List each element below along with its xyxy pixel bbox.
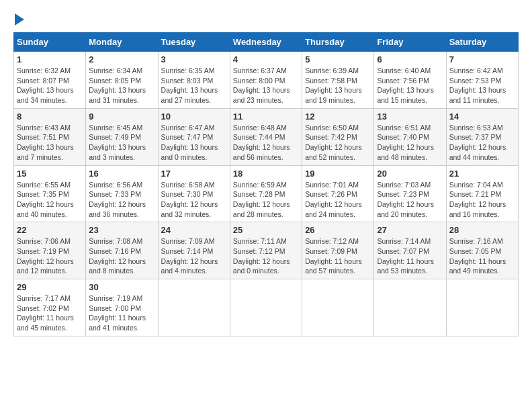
calendar-cell: 30Sunrise: 7:19 AM Sunset: 7:00 PM Dayli…	[86, 279, 158, 336]
calendar-cell: 15Sunrise: 6:55 AM Sunset: 7:35 PM Dayli…	[14, 165, 86, 222]
day-info: Sunrise: 6:50 AM Sunset: 7:42 PM Dayligh…	[305, 123, 371, 163]
calendar-cell: 24Sunrise: 7:09 AM Sunset: 7:14 PM Dayli…	[158, 222, 230, 279]
calendar-cell: 27Sunrise: 7:14 AM Sunset: 7:07 PM Dayli…	[374, 222, 446, 279]
weekday-header-thursday: Thursday	[302, 33, 374, 52]
calendar-table: SundayMondayTuesdayWednesdayThursdayFrid…	[13, 32, 519, 336]
day-number: 25	[233, 225, 299, 235]
calendar-cell: 1Sunrise: 6:32 AM Sunset: 8:07 PM Daylig…	[14, 52, 86, 109]
day-info: Sunrise: 7:16 AM Sunset: 7:05 PM Dayligh…	[449, 236, 515, 276]
calendar-cell: 23Sunrise: 7:08 AM Sunset: 7:16 PM Dayli…	[86, 222, 158, 279]
day-number: 16	[89, 169, 154, 179]
day-info: Sunrise: 6:40 AM Sunset: 7:56 PM Dayligh…	[377, 66, 443, 105]
calendar-cell: 3Sunrise: 6:35 AM Sunset: 8:03 PM Daylig…	[158, 52, 230, 109]
calendar-cell	[158, 279, 230, 336]
day-number: 9	[89, 111, 154, 122]
page-header	[13, 13, 519, 26]
day-info: Sunrise: 7:17 AM Sunset: 7:02 PM Dayligh…	[17, 293, 83, 333]
day-info: Sunrise: 7:09 AM Sunset: 7:14 PM Dayligh…	[161, 236, 227, 276]
day-info: Sunrise: 6:48 AM Sunset: 7:44 PM Dayligh…	[233, 123, 299, 163]
calendar-cell: 10Sunrise: 6:47 AM Sunset: 7:47 PM Dayli…	[158, 108, 230, 165]
day-number: 29	[17, 282, 83, 292]
day-info: Sunrise: 7:08 AM Sunset: 7:16 PM Dayligh…	[89, 236, 154, 276]
day-number: 13	[377, 111, 443, 122]
calendar-cell: 25Sunrise: 7:11 AM Sunset: 7:12 PM Dayli…	[230, 222, 302, 279]
day-info: Sunrise: 7:12 AM Sunset: 7:09 PM Dayligh…	[305, 236, 371, 276]
logo	[13, 13, 24, 26]
calendar-cell	[302, 279, 374, 336]
calendar-week-row: 22Sunrise: 7:06 AM Sunset: 7:19 PM Dayli…	[14, 222, 519, 279]
day-number: 11	[233, 111, 299, 122]
day-info: Sunrise: 6:43 AM Sunset: 7:51 PM Dayligh…	[17, 123, 83, 163]
weekday-header-friday: Friday	[374, 33, 446, 52]
calendar-cell: 2Sunrise: 6:34 AM Sunset: 8:05 PM Daylig…	[86, 52, 158, 109]
calendar-cell: 18Sunrise: 6:59 AM Sunset: 7:28 PM Dayli…	[230, 165, 302, 222]
day-info: Sunrise: 7:03 AM Sunset: 7:23 PM Dayligh…	[377, 180, 443, 220]
day-number: 19	[305, 169, 371, 179]
day-number: 1	[17, 54, 83, 64]
weekday-header-wednesday: Wednesday	[230, 33, 302, 52]
day-info: Sunrise: 6:35 AM Sunset: 8:03 PM Dayligh…	[161, 66, 227, 105]
logo-blue-text	[13, 13, 24, 26]
day-info: Sunrise: 6:47 AM Sunset: 7:47 PM Dayligh…	[161, 123, 227, 163]
calendar-cell: 4Sunrise: 6:37 AM Sunset: 8:00 PM Daylig…	[230, 52, 302, 109]
day-info: Sunrise: 7:14 AM Sunset: 7:07 PM Dayligh…	[377, 236, 443, 276]
day-number: 18	[233, 169, 299, 179]
calendar-cell: 12Sunrise: 6:50 AM Sunset: 7:42 PM Dayli…	[302, 108, 374, 165]
weekday-header-tuesday: Tuesday	[158, 33, 230, 52]
day-number: 3	[161, 54, 227, 64]
day-number: 21	[449, 169, 515, 179]
day-info: Sunrise: 6:59 AM Sunset: 7:28 PM Dayligh…	[233, 180, 299, 220]
calendar-cell: 29Sunrise: 7:17 AM Sunset: 7:02 PM Dayli…	[14, 279, 86, 336]
calendar-cell: 20Sunrise: 7:03 AM Sunset: 7:23 PM Dayli…	[374, 165, 446, 222]
day-number: 17	[161, 169, 227, 179]
weekday-header-monday: Monday	[86, 33, 158, 52]
day-info: Sunrise: 7:11 AM Sunset: 7:12 PM Dayligh…	[233, 236, 299, 276]
calendar-cell: 13Sunrise: 6:51 AM Sunset: 7:40 PM Dayli…	[374, 108, 446, 165]
day-info: Sunrise: 6:34 AM Sunset: 8:05 PM Dayligh…	[89, 66, 154, 105]
day-number: 28	[449, 225, 515, 235]
calendar-cell: 21Sunrise: 7:04 AM Sunset: 7:21 PM Dayli…	[446, 165, 518, 222]
day-number: 5	[305, 54, 371, 64]
day-number: 7	[449, 54, 515, 64]
day-number: 4	[233, 54, 299, 64]
day-number: 15	[17, 169, 83, 179]
day-number: 12	[305, 111, 371, 122]
calendar-cell	[446, 279, 518, 336]
calendar-cell: 22Sunrise: 7:06 AM Sunset: 7:19 PM Dayli…	[14, 222, 86, 279]
calendar-cell: 17Sunrise: 6:58 AM Sunset: 7:30 PM Dayli…	[158, 165, 230, 222]
day-number: 22	[17, 225, 83, 235]
day-info: Sunrise: 6:39 AM Sunset: 7:58 PM Dayligh…	[305, 66, 371, 105]
calendar-week-row: 29Sunrise: 7:17 AM Sunset: 7:02 PM Dayli…	[14, 279, 519, 336]
day-number: 6	[377, 54, 443, 64]
calendar-week-row: 8Sunrise: 6:43 AM Sunset: 7:51 PM Daylig…	[14, 108, 519, 165]
calendar-week-row: 15Sunrise: 6:55 AM Sunset: 7:35 PM Dayli…	[14, 165, 519, 222]
day-info: Sunrise: 6:37 AM Sunset: 8:00 PM Dayligh…	[233, 66, 299, 105]
calendar-cell: 14Sunrise: 6:53 AM Sunset: 7:37 PM Dayli…	[446, 108, 518, 165]
day-number: 14	[449, 111, 515, 122]
calendar-cell: 5Sunrise: 6:39 AM Sunset: 7:58 PM Daylig…	[302, 52, 374, 109]
day-info: Sunrise: 6:51 AM Sunset: 7:40 PM Dayligh…	[377, 123, 443, 163]
calendar-week-row: 1Sunrise: 6:32 AM Sunset: 8:07 PM Daylig…	[14, 52, 519, 109]
day-number: 26	[305, 225, 371, 235]
day-number: 30	[89, 282, 154, 292]
day-number: 10	[161, 111, 227, 122]
calendar-cell: 19Sunrise: 7:01 AM Sunset: 7:26 PM Dayli…	[302, 165, 374, 222]
calendar-cell: 9Sunrise: 6:45 AM Sunset: 7:49 PM Daylig…	[86, 108, 158, 165]
calendar-cell: 28Sunrise: 7:16 AM Sunset: 7:05 PM Dayli…	[446, 222, 518, 279]
day-info: Sunrise: 6:42 AM Sunset: 7:53 PM Dayligh…	[449, 66, 515, 105]
calendar-cell: 11Sunrise: 6:48 AM Sunset: 7:44 PM Dayli…	[230, 108, 302, 165]
day-info: Sunrise: 6:45 AM Sunset: 7:49 PM Dayligh…	[89, 123, 154, 163]
calendar-cell	[230, 279, 302, 336]
calendar-cell: 26Sunrise: 7:12 AM Sunset: 7:09 PM Dayli…	[302, 222, 374, 279]
day-number: 24	[161, 225, 227, 235]
calendar-cell: 16Sunrise: 6:56 AM Sunset: 7:33 PM Dayli…	[86, 165, 158, 222]
day-info: Sunrise: 7:04 AM Sunset: 7:21 PM Dayligh…	[449, 180, 515, 220]
logo-arrow-icon	[15, 13, 24, 26]
day-number: 20	[377, 169, 443, 179]
day-info: Sunrise: 6:53 AM Sunset: 7:37 PM Dayligh…	[449, 123, 515, 163]
day-info: Sunrise: 6:56 AM Sunset: 7:33 PM Dayligh…	[89, 180, 154, 220]
day-info: Sunrise: 7:19 AM Sunset: 7:00 PM Dayligh…	[89, 293, 154, 333]
weekday-header-saturday: Saturday	[446, 33, 518, 52]
weekday-header-sunday: Sunday	[14, 33, 86, 52]
day-number: 2	[89, 54, 154, 64]
